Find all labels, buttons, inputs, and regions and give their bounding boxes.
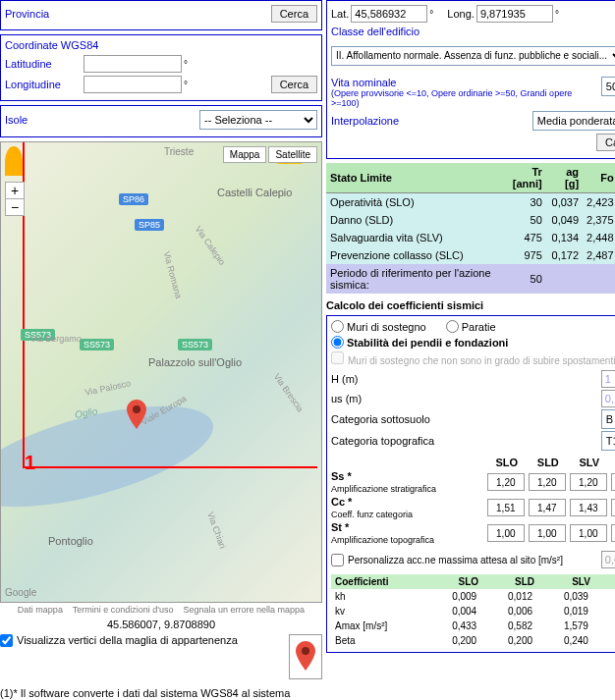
res-row: Beta0,2000,2000,2400,240	[331, 633, 615, 648]
sl-row: Danno (SLD)500,0492,3750,231	[326, 211, 615, 229]
footnote: (1)* Il software converte i dati dal sis…	[0, 687, 322, 700]
lat-input[interactable]	[84, 55, 182, 73]
cc-slv[interactable]	[570, 499, 607, 516]
svg-point-0	[133, 405, 140, 413]
lon-input[interactable]	[84, 76, 182, 93]
h-input[interactable]	[601, 370, 615, 388]
lat-deg: °	[184, 59, 188, 70]
radio-muri[interactable]: Muri di sostegno	[331, 320, 426, 333]
map-footer-data[interactable]: Dati mappa	[18, 605, 63, 615]
st-slv[interactable]	[570, 524, 607, 542]
st-slo[interactable]	[487, 524, 525, 542]
street-brescia: Via Brescia	[272, 372, 306, 414]
res-row: kh0,0090,0120,0390,050	[331, 589, 615, 604]
radio-stabilita[interactable]: Stabilità dei pendii e fondazioni	[331, 336, 508, 349]
sl-h2: ag [g]	[546, 163, 583, 193]
street-bergamo: Via Bergamo	[30, 334, 82, 344]
lat-r-input[interactable]	[351, 5, 427, 23]
classe-select[interactable]: II. Affollamento normale. Assenza di fun…	[331, 46, 615, 66]
us-label: us (m)	[331, 393, 601, 404]
sl-row: Operatività (SLO)300,0372,4230,208	[326, 193, 615, 212]
place-trieste: Trieste	[164, 146, 194, 157]
road-sp85: SP85	[135, 219, 164, 231]
street-palosco: Via Palosco	[84, 378, 131, 398]
periodo-val: 50	[499, 264, 546, 294]
cerca-provincia-button[interactable]: Cerca	[271, 5, 317, 23]
sl-row: Salvaguardia vita (SLV)4750,1342,4480,27…	[326, 229, 615, 246]
vita-select[interactable]: 50	[601, 77, 615, 96]
stato-limite-table: Stato Limite Tr [anni] ag [g] Fo Tc' [s]…	[326, 163, 615, 294]
sl-h0: Stato Limite	[326, 163, 499, 193]
road-sp86: SP86	[119, 193, 148, 205]
lat-label: Latitudine	[5, 58, 84, 70]
ss-slc[interactable]	[611, 473, 615, 491]
map-type-sat-button[interactable]: Satellite	[268, 146, 317, 163]
street-romana: Via Romana	[161, 250, 183, 299]
zoom-out-button[interactable]: −	[6, 199, 24, 215]
col-slc: SLC	[611, 457, 615, 468]
lon-deg: °	[184, 80, 188, 90]
st-sld[interactable]	[529, 524, 566, 542]
res-row: Amax [m/s²]0,4330,5821,5792,027	[331, 619, 615, 633]
map-zoom[interactable]: + −	[5, 182, 25, 216]
classe-label: Classe dell'edificio	[331, 26, 615, 37]
col-slv: SLV	[570, 457, 609, 468]
ss-slv[interactable]	[570, 473, 607, 491]
us-input[interactable]	[601, 390, 615, 407]
sl-h3: Fo	[583, 163, 615, 193]
muri-disabled-checkbox	[331, 351, 344, 364]
map-marker[interactable]	[127, 400, 146, 429]
map-type-map-button[interactable]: Mappa	[223, 146, 267, 163]
col-slo: SLO	[487, 457, 527, 468]
cat-sotto-select[interactable]: B	[601, 409, 615, 429]
vertices-checkbox[interactable]	[0, 634, 13, 647]
cat-topo-label: Categoria topografica	[331, 435, 601, 447]
lon-label: Longitudine	[5, 79, 84, 90]
radio-paratie[interactable]: Paratie	[446, 320, 496, 333]
marker-legend	[289, 634, 322, 679]
cc-sld[interactable]	[529, 499, 566, 516]
lat-r-label: Lat.	[331, 8, 349, 20]
road-ss573-2: SS573	[80, 339, 114, 350]
street-calepio: Via Calepio	[194, 224, 228, 266]
vertices-label: Visualizza vertici della maglia di appar…	[17, 634, 285, 646]
map-footer-report[interactable]: Segnala un errore nella mappa	[184, 605, 306, 615]
sl-row: Prevenzione collasso (SLC)9750,1722,4870…	[326, 246, 615, 264]
cerca-coord-button[interactable]: Cerca	[271, 76, 317, 93]
col-sld: SLD	[529, 457, 568, 468]
muri-disabled-label: Muri di sostegno che non sono in grado d…	[348, 355, 615, 366]
road-ss573-3: SS573	[178, 339, 212, 350]
place-castelli: Castelli Calepio	[217, 187, 292, 198]
st-slc[interactable]	[611, 524, 615, 542]
map-footer-terms[interactable]: Termini e condizioni d'uso	[73, 605, 174, 615]
long-r-input[interactable]	[476, 5, 553, 23]
google-logo: Google	[5, 587, 36, 598]
provincia-label: Provincia	[5, 8, 49, 20]
long-r-label: Long.	[447, 8, 475, 20]
cc-slo[interactable]	[487, 499, 525, 516]
personalizza-input	[601, 551, 615, 568]
personalizza-label: Personalizza acc.ne massima attesa al si…	[348, 555, 597, 565]
personalizza-checkbox[interactable]	[331, 554, 344, 566]
calc-title: Calcolo dei coefficienti sismici	[326, 299, 615, 311]
map[interactable]: 1 SS573 SS573 SS573 SP86 SP85 Palazzolo …	[0, 141, 322, 603]
cat-sotto-label: Categoria sottosuolo	[331, 413, 601, 425]
vita-hint: (Opere provvisorie <=10, Opere ordinarie…	[331, 88, 601, 108]
calcola-button[interactable]: Calcola	[596, 134, 615, 151]
street-chiari: Via Chiari	[205, 511, 228, 550]
periodo-label: Periodo di riferimento per l'azione sism…	[326, 264, 499, 294]
ss-sld[interactable]	[529, 473, 566, 491]
svg-point-1	[302, 647, 309, 655]
ss-slo[interactable]	[487, 473, 525, 491]
interp-select[interactable]: Media ponderata	[532, 111, 615, 131]
cc-slc[interactable]	[611, 499, 615, 516]
isole-label: Isole	[5, 114, 84, 126]
pegman-icon[interactable]	[5, 146, 23, 176]
map-vertex-1: 1	[25, 452, 35, 474]
zoom-in-button[interactable]: +	[6, 183, 24, 199]
res-row: kv0,0040,0060,0190,025	[331, 604, 615, 619]
place-palazzolo: Palazzolo sull'Oglio	[148, 356, 242, 368]
isole-select[interactable]: -- Seleziona --	[199, 110, 317, 130]
cat-topo-select[interactable]: T1	[601, 431, 615, 451]
map-redline-h	[23, 466, 317, 468]
